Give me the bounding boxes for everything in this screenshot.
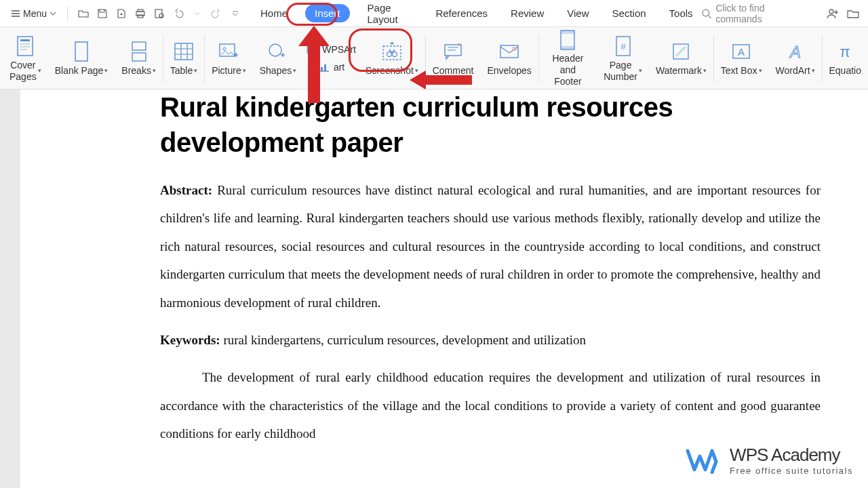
svg-point-4 [159,14,163,18]
chevron-down-icon: ▾ [812,67,815,75]
picture-label: Picture [212,65,241,77]
svg-point-21 [392,52,397,57]
body-paragraph: The development of rural early childhood… [160,363,821,447]
svg-text:π: π [840,43,850,60]
svg-text:A: A [738,46,745,58]
table-label: Table [170,65,193,77]
tab-references[interactable]: References [430,3,493,23]
chevron-down-icon: ▾ [153,67,156,75]
wps-academy-watermark: WPS Academy Free office suite tutorials [685,445,853,476]
shapes-icon [266,39,290,64]
svg-rect-10 [132,42,146,50]
ribbon-tabs: Home Insert Page Layout References Revie… [255,0,698,29]
undo-icon[interactable] [172,7,184,20]
comment-button[interactable]: Comment [426,27,481,89]
table-button[interactable]: Table▾ [163,27,204,89]
tab-view[interactable]: View [561,3,594,23]
undo-dropdown-icon[interactable] [191,7,203,20]
svg-rect-11 [132,53,146,61]
header-footer-icon [555,28,580,52]
customize-qat-icon[interactable] [229,7,241,20]
screenshot-icon [380,39,404,64]
cover-pages-icon [13,34,37,58]
header-footer-label: Header and Footer [546,53,591,87]
svg-rect-27 [561,46,574,49]
command-search[interactable]: Click to find commands [701,3,811,24]
tab-section[interactable]: Section [607,3,652,23]
document-page[interactable]: Rural kindergarten curriculum resources … [20,89,868,488]
export-pdf-icon[interactable] [115,7,127,20]
shapes-button[interactable]: Shapes▾ [253,27,303,89]
redo-icon[interactable] [210,7,222,20]
chevron-down-icon: ▾ [104,67,108,75]
watermark-subtitle: Free office suite tutorials [730,466,853,476]
svg-text:A: A [789,43,801,61]
page-number-button[interactable]: # Page Number▾ [597,27,649,89]
breaks-button[interactable]: Breaks▾ [115,27,163,89]
screenshot-button[interactable]: Screenshot▾ [359,27,425,89]
svg-point-15 [269,44,281,56]
watermark-button[interactable]: Watermark▾ [649,27,713,89]
wordart-button[interactable]: A WordArt▾ [769,27,822,89]
add-user-icon[interactable] [826,7,840,20]
document-title: Rural kindergarten curriculum resources … [20,89,868,160]
menu-button[interactable]: Menu [5,5,62,22]
header-footer-button[interactable]: Header and Footer [539,27,597,89]
search-icon [701,8,712,19]
divider [67,6,68,21]
watermark-icon [669,39,693,64]
equation-button[interactable]: π Equatio [822,27,867,89]
insert-ribbon: Cover Pages▾ Blank Page▾ Breaks▾ Table▾ … [0,27,868,89]
text-box-icon: A [729,39,753,64]
chart-button[interactable]: art [317,61,344,73]
blank-page-button[interactable]: Blank Page▾ [48,27,115,89]
menu-label: Menu [23,8,47,19]
blank-page-icon [69,39,94,64]
envelopes-button[interactable]: Envelopes [480,27,538,89]
tab-page-layout[interactable]: Page Layout [362,0,418,29]
print-preview-icon[interactable] [153,7,165,20]
hamburger-icon [11,9,20,18]
keywords-paragraph: Keywords: rural kindergartens, curriculu… [160,326,821,354]
abstract-paragraph: Abstract: Rural curriculum resources hav… [160,176,821,317]
save-icon[interactable] [96,7,108,20]
comment-label: Comment [433,65,474,77]
chevron-down-icon: ▾ [293,67,296,75]
cover-pages-label: Cover Pages [9,60,37,83]
cover-pages-button[interactable]: Cover Pages▾ [3,27,48,89]
svg-point-14 [223,47,226,50]
titlebar-right [814,7,863,20]
tab-tools[interactable]: Tools [664,3,698,23]
envelopes-label: Envelopes [487,65,531,77]
keywords-label: Keywords: [160,333,220,347]
watermark-title: WPS Academy [730,445,853,466]
open-icon[interactable] [77,7,90,20]
blank-page-label: Blank Page [55,65,104,77]
chart-label: art [334,62,344,73]
abstract-text: Rural curriculum resources have distinct… [160,183,821,310]
picture-icon [216,39,241,64]
breaks-label: Breaks [121,65,151,77]
svg-rect-18 [324,64,326,71]
picture-button[interactable]: Picture▾ [205,27,253,89]
print-icon[interactable] [134,7,146,20]
tab-home[interactable]: Home [255,3,293,23]
text-box-button[interactable]: A Text Box▾ [714,27,769,89]
shapes-label: Shapes [260,65,292,77]
chart-icon [317,61,331,73]
svg-rect-9 [75,42,87,61]
chevron-down-icon [50,10,56,17]
svg-point-20 [387,52,391,57]
svg-point-6 [829,9,833,14]
folder-icon[interactable] [846,7,860,20]
text-box-label: Text Box [721,65,757,77]
keywords-text: rural kindergartens, curriculum resource… [220,333,586,347]
tab-review[interactable]: Review [505,3,549,23]
wordart-icon: A [783,39,808,64]
equation-label: Equatio [829,65,861,77]
wpsart-chart-group: WPSArt art [303,27,359,89]
tab-insert[interactable]: Insert [305,4,350,22]
quick-actions [73,7,245,20]
chevron-down-icon: ▾ [194,67,197,75]
wpsart-button[interactable]: WPSArt [306,43,356,56]
